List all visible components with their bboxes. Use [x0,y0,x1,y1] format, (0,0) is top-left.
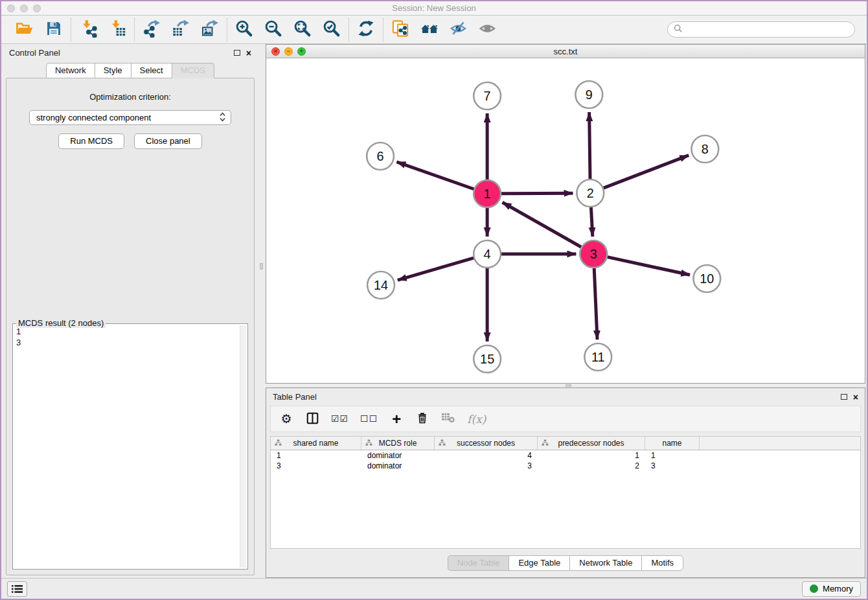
zoom-selected-button[interactable] [322,20,341,40]
window-traffic-lights [7,5,41,12]
table-cell[interactable]: 1 [538,451,645,460]
table-settings-gear-button[interactable]: ⚙ [279,411,293,427]
close-panel-button[interactable]: Close panel [134,133,202,149]
deselect-all-columns-button[interactable]: ☐☐ [360,411,378,427]
result-scrollbar[interactable] [240,325,246,568]
mcds-result-text[interactable]: 1 3 [14,325,240,568]
split-table-button[interactable] [305,411,319,427]
window-close-button[interactable] [7,5,15,12]
horizontal-split-handle[interactable] [565,384,571,387]
export-network-button[interactable] [142,20,161,40]
close-panel-icon[interactable]: × [246,49,251,58]
export-image-button[interactable] [200,20,220,40]
window-zoom-button[interactable] [33,5,41,12]
edge-1-6[interactable] [396,162,474,189]
memory-button[interactable]: Memory [802,581,861,597]
node-6[interactable]: 6 [367,143,394,170]
table-cell[interactable]: dominator [361,451,435,460]
column-header-MCDS-role[interactable]: MCDS role [361,437,435,450]
zoom-out-button[interactable] [264,20,283,40]
edge-3-1[interactable] [503,202,582,247]
column-header-predecessor-nodes[interactable]: predecessor nodes [538,437,645,450]
tab-edge-table[interactable]: Edge Table [508,555,569,571]
network-overview-home-button[interactable] [420,20,439,40]
export-image-icon [201,19,219,40]
network-minimize-button[interactable]: − [284,47,293,56]
float-panel-icon[interactable] [234,50,240,56]
export-table-button[interactable] [171,20,190,40]
edge-2-9[interactable] [589,112,590,179]
horizontal-divider[interactable] [266,384,865,387]
open-file-button[interactable] [15,20,34,40]
node-3[interactable]: 3 [580,240,607,268]
table-close-panel-icon[interactable]: × [853,393,858,402]
function-builder-icon: f(x) [467,413,486,426]
hide-graphics-details-button[interactable] [449,20,468,40]
node-4[interactable]: 4 [474,240,501,268]
task-history-button[interactable] [7,581,27,597]
table-cell[interactable]: 1 [271,451,361,460]
table-cell[interactable]: 3 [271,461,361,470]
node-8[interactable]: 8 [691,135,718,163]
table-row[interactable]: 3dominator323 [271,461,860,471]
clone-network-button[interactable] [391,20,410,40]
edge-2-3[interactable] [591,207,592,237]
tab-mcds[interactable]: MCDS [172,63,214,78]
edge-1-2[interactable] [501,193,573,194]
column-header-name[interactable]: name [645,437,700,450]
clone-network-icon [391,19,409,40]
network-close-button[interactable]: × [271,47,280,56]
tab-motifs[interactable]: Motifs [641,555,683,571]
criterion-dropdown[interactable]: strongly connected component [29,110,231,125]
node-9[interactable]: 9 [575,81,602,108]
tab-select[interactable]: Select [131,63,172,78]
svg-text:10: 10 [700,271,714,286]
column-header-shared-name[interactable]: shared name [271,437,361,450]
table-row[interactable]: 1dominator411 [271,450,860,461]
vertical-split-handle[interactable] [260,263,263,270]
window-minimize-button[interactable] [20,5,28,12]
node-7[interactable]: 7 [474,82,501,110]
table-cell[interactable]: dominator [361,461,435,470]
import-network-icon [79,19,97,40]
zoom-in-icon [235,19,253,40]
node-10[interactable]: 10 [693,265,720,292]
table-cell[interactable]: 3 [435,461,538,470]
import-network-button[interactable] [78,20,98,40]
node-14[interactable]: 14 [367,271,394,299]
table-cell[interactable]: 2 [538,461,645,470]
table-float-panel-icon[interactable] [841,394,847,400]
table-cell[interactable]: 4 [435,451,538,460]
save-session-button[interactable] [44,20,63,40]
criterion-dropdown-value: strongly connected component [36,113,218,122]
column-header-successor-nodes[interactable]: successor nodes [435,437,538,450]
select-all-columns-button[interactable]: ☑☑ [331,411,348,427]
tab-network[interactable]: Network [46,63,95,78]
edge-4-14[interactable] [398,258,474,280]
edge-3-11[interactable] [594,268,597,340]
import-table-button[interactable] [108,20,127,40]
tab-network-table[interactable]: Network Table [569,555,641,571]
node-15[interactable]: 15 [474,345,501,373]
node-1[interactable]: 1 [474,180,501,207]
run-mcds-button[interactable]: Run MCDS [58,133,124,149]
node-table[interactable]: shared nameMCDS rolesuccessor nodesprede… [270,436,861,549]
network-canvas[interactable]: 7968124314101511 [266,58,865,383]
tab-style[interactable]: Style [95,63,131,78]
search-input[interactable] [686,25,849,34]
table-cell[interactable]: 1 [645,451,700,460]
toolbar-group [383,20,505,40]
edge-2-8[interactable] [604,156,689,189]
search-box[interactable] [667,21,855,38]
tab-node-table[interactable]: Node Table [448,555,509,571]
table-cell[interactable]: 3 [645,461,700,470]
zoom-fit-button[interactable] [293,20,312,40]
node-11[interactable]: 11 [584,343,611,371]
add-column-button[interactable]: + [389,411,404,427]
node-2[interactable]: 2 [577,179,604,207]
network-maximize-button[interactable]: + [297,47,306,56]
edge-3-10[interactable] [608,257,690,275]
refresh-view-button[interactable] [356,20,376,40]
zoom-in-button[interactable] [234,20,254,40]
delete-columns-button[interactable] [415,411,429,427]
